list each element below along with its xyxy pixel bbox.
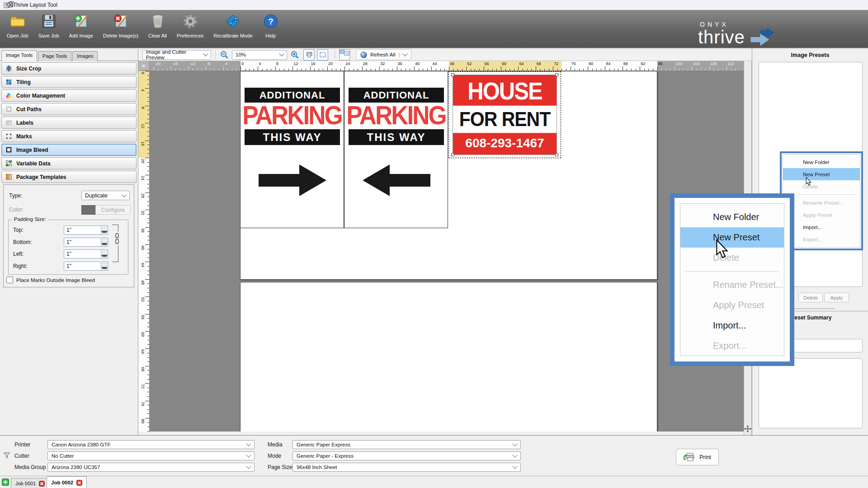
horizontal-ruler[interactable]: -20-16-12-8-4048121620242832364044485256… <box>150 61 744 71</box>
preset-apply-button[interactable]: Apply <box>824 293 849 302</box>
sidebar-item-labels[interactable]: Labels <box>1 117 137 129</box>
context-menu-item-import[interactable]: Import... <box>680 315 784 336</box>
selection-handle[interactable] <box>451 153 454 156</box>
context-menu-item-new-folder[interactable]: New Folder <box>680 207 784 227</box>
spinner-buttons[interactable] <box>101 238 108 246</box>
vertical-ruler[interactable]: 048121620242832364044485256606468727680 <box>138 71 150 432</box>
toolbar-button-delete-image-s[interactable]: Delete Image(s) <box>98 12 143 39</box>
tile-setup-icon[interactable] <box>339 49 350 61</box>
settings-select-mode[interactable]: Generic Paper - Express <box>292 451 521 460</box>
spin-down-icon[interactable] <box>101 254 108 258</box>
ruler-tick <box>427 69 428 70</box>
house-for-rent-image[interactable]: HOUSE FOR RENT 608-293-1467 <box>453 75 557 155</box>
recalibrate-icon <box>225 13 241 29</box>
selection-preview-toggle[interactable] <box>317 49 328 61</box>
ruler-tick <box>249 69 250 70</box>
ruler-tick <box>147 388 149 388</box>
context-menu-item-new-preset[interactable]: New Preset <box>680 227 784 248</box>
sheet-2[interactable] <box>240 282 657 432</box>
toolbar-button-clear-all[interactable]: Clear All <box>143 12 172 39</box>
ruler-tick <box>145 314 149 314</box>
sidebar-item-package-templates[interactable]: Package Templates <box>1 171 137 183</box>
parking-sign-image-1[interactable]: ADDITIONAL PARKING THIS WAY <box>240 71 344 228</box>
spinner-buttons[interactable] <box>101 226 108 234</box>
spin-up-icon[interactable] <box>101 226 108 230</box>
parking-sign-image-2[interactable]: ADDITIONAL PARKING THIS WAY <box>344 71 448 228</box>
sheet-1[interactable]: ADDITIONAL PARKING THIS WAY ADDITIONAL P… <box>240 71 657 280</box>
context-menu-item-new-preset[interactable]: New Preset <box>783 168 860 180</box>
preview-mode-select[interactable]: Image and Cutter Preview <box>142 50 211 60</box>
sidebar-item-marks[interactable]: Marks <box>1 130 137 142</box>
context-menu-item-import[interactable]: Import... <box>783 221 860 233</box>
settings-select-media-group[interactable]: Arizona 2380 IJC357 <box>47 463 255 472</box>
sidebar-item-size-crop[interactable]: Size Crop <box>1 62 137 75</box>
splitter-handle[interactable] <box>794 308 835 309</box>
close-button[interactable]: ✕ <box>0 0 21 9</box>
zoom-out-icon[interactable] <box>220 50 229 59</box>
zoom-in-icon[interactable] <box>290 50 299 59</box>
toolbar-button-help[interactable]: ?Help <box>258 12 284 39</box>
configure-button[interactable]: Configure <box>95 205 131 215</box>
spin-up-icon[interactable] <box>101 250 108 254</box>
job-tab-job-0001[interactable]: Job 0001 <box>11 478 49 488</box>
print-button[interactable]: Print <box>676 449 719 465</box>
selection-handle[interactable] <box>555 73 558 76</box>
padding-input-bottom[interactable]: 1" <box>64 238 108 247</box>
refresh-all-button[interactable]: Refresh All | <box>356 49 411 60</box>
preset-delete-button[interactable]: Delete <box>798 293 823 302</box>
place-marks-checkbox[interactable] <box>6 277 13 283</box>
context-menu-item-export: Export... <box>680 336 784 356</box>
selection-handle[interactable] <box>451 73 454 76</box>
toolbar-button-open-job[interactable]: Open Job <box>2 12 33 39</box>
preset-summary-box[interactable] <box>759 358 863 428</box>
spinner-buttons[interactable] <box>101 250 108 258</box>
close-tab-icon[interactable] <box>76 480 82 486</box>
sidebar-item-tiling[interactable]: Tiling <box>1 76 137 88</box>
spin-down-icon[interactable] <box>101 230 108 235</box>
sidebar-item-color-management[interactable]: Color Management <box>1 89 137 102</box>
spin-down-icon[interactable] <box>101 242 108 246</box>
toolbar-button-add-image[interactable]: Add Image <box>64 12 98 39</box>
sidebar-tab-image-tools[interactable]: Image Tools <box>1 50 37 61</box>
add-job-icon[interactable] <box>2 479 9 486</box>
job-tab-job-0002[interactable]: Job 0002 <box>47 476 87 488</box>
refresh-all-label: Refresh All <box>370 52 396 57</box>
layout-canvas[interactable]: ADDITIONAL PARKING THIS WAY ADDITIONAL P… <box>150 71 744 432</box>
spin-down-icon[interactable] <box>101 266 108 270</box>
spin-up-icon[interactable] <box>101 262 108 267</box>
context-menu-item-new-folder[interactable]: New Folder <box>783 156 860 168</box>
toolbar-button-save-job[interactable]: Save Job <box>33 12 64 39</box>
padding-input-top[interactable]: 1" <box>64 225 108 235</box>
toolbar-button-recalibrate-mode[interactable]: Recalibrate Mode <box>208 12 257 39</box>
bleed-type-select[interactable]: Duplicate <box>81 191 130 200</box>
filter-icon[interactable] <box>3 451 11 460</box>
ruler-tick <box>323 69 323 70</box>
spin-up-icon[interactable] <box>101 238 108 243</box>
settings-select-printer[interactable]: Canon Arizona 2380 GTF <box>47 440 255 449</box>
padding-input-left[interactable]: 1" <box>64 249 108 258</box>
pan-crosshair-icon[interactable] <box>744 425 751 432</box>
ruler-tick <box>735 69 736 70</box>
ruler-tick <box>147 357 149 358</box>
printer-preview-toggle[interactable] <box>303 49 315 61</box>
toolbar-button-preferences[interactable]: Preferences <box>172 12 208 39</box>
ruler-tick <box>180 69 180 70</box>
sidebar-item-cut-paths[interactable]: Cut Paths <box>1 103 137 115</box>
spinner-buttons[interactable] <box>101 262 108 270</box>
sidebar-tab-images[interactable]: Images <box>72 51 98 61</box>
sidebar-tab-page-tools[interactable]: Page Tools <box>38 51 71 61</box>
ruler-tick <box>147 336 149 336</box>
sidebar-item-variable-data[interactable]: Variable Data <box>1 157 137 169</box>
settings-select-media[interactable]: Generic Paper Express <box>292 440 521 449</box>
sidebar-item-image-bleed[interactable]: Image Bleed <box>1 144 137 156</box>
close-tab-icon[interactable] <box>39 481 45 487</box>
settings-select-page-size[interactable]: 96x48 Inch Sheet <box>292 463 521 472</box>
ruler-tick <box>561 69 562 70</box>
padding-input-right[interactable]: 1" <box>64 262 108 271</box>
selection-handle[interactable] <box>555 153 558 156</box>
color-management-icon <box>5 92 12 99</box>
selection-marquee[interactable]: HOUSE FOR RENT 608-293-1467 <box>448 71 561 158</box>
arrow-left-icon <box>363 161 430 200</box>
settings-select-cutter[interactable]: No Cutter <box>47 451 255 460</box>
zoom-level-select[interactable]: 10% <box>232 50 287 60</box>
